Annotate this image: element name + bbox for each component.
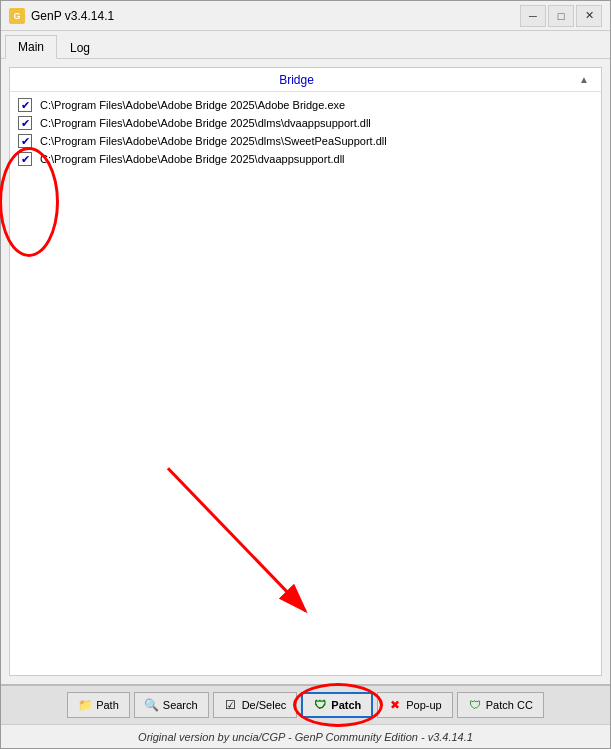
status-bar: Original version by uncia/CGP - GenP Com… — [1, 724, 610, 748]
bottom-bar: 📁 Path 🔍 Search ☑ De/Selec 🛡 Patch — [1, 684, 610, 724]
checkbox-4[interactable]: ✔ — [18, 152, 32, 166]
app-window: G GenP v3.4.14.1 ─ □ ✕ Main Log Bridge ▲ — [0, 0, 611, 749]
collapse-bridge-button[interactable]: ▲ — [575, 72, 593, 87]
bridge-file-list: ✔ C:\Program Files\Adobe\Adobe Bridge 20… — [10, 92, 601, 172]
tab-main[interactable]: Main — [5, 35, 57, 59]
checkbox-3[interactable]: ✔ — [18, 134, 32, 148]
title-bar-left: G GenP v3.4.14.1 — [9, 8, 114, 24]
app-icon: G — [9, 8, 25, 24]
title-bar: G GenP v3.4.14.1 ─ □ ✕ — [1, 1, 610, 31]
patchcc-label: Patch CC — [486, 699, 533, 711]
status-text: Original version by uncia/CGP - GenP Com… — [138, 731, 473, 743]
file-path-4: C:\Program Files\Adobe\Adobe Bridge 2025… — [40, 153, 345, 165]
deselect-icon: ☑ — [224, 698, 238, 712]
content-wrapper: Bridge ▲ ✔ C:\Program Files\Adobe\Adobe … — [1, 59, 610, 724]
window-title: GenP v3.4.14.1 — [31, 9, 114, 23]
minimize-button[interactable]: ─ — [520, 5, 546, 27]
bottom-wrapper: 📁 Path 🔍 Search ☑ De/Selec 🛡 Patch — [1, 684, 610, 724]
patch-label: Patch — [331, 699, 361, 711]
path-label: Path — [96, 699, 119, 711]
checkbox-2[interactable]: ✔ — [18, 116, 32, 130]
popup-icon: ✖ — [388, 698, 402, 712]
popup-button[interactable]: ✖ Pop-up — [377, 692, 452, 718]
search-icon: 🔍 — [145, 698, 159, 712]
list-item: ✔ C:\Program Files\Adobe\Adobe Bridge 20… — [10, 132, 601, 150]
svg-line-1 — [168, 468, 306, 611]
section-header-bridge: Bridge ▲ — [10, 68, 601, 92]
menu-bar: Main Log — [1, 31, 610, 59]
patch-button[interactable]: 🛡 Patch — [301, 692, 373, 718]
file-path-1: C:\Program Files\Adobe\Adobe Bridge 2025… — [40, 99, 345, 111]
path-icon: 📁 — [78, 698, 92, 712]
close-button[interactable]: ✕ — [576, 5, 602, 27]
patch-wrapper: 🛡 Patch — [301, 692, 373, 718]
maximize-button[interactable]: □ — [548, 5, 574, 27]
checkbox-1[interactable]: ✔ — [18, 98, 32, 112]
patch-icon: 🛡 — [313, 698, 327, 712]
popup-label: Pop-up — [406, 699, 441, 711]
content-area: Bridge ▲ ✔ C:\Program Files\Adobe\Adobe … — [1, 59, 610, 684]
list-item: ✔ C:\Program Files\Adobe\Adobe Bridge 20… — [10, 114, 601, 132]
patchcc-button[interactable]: 🛡 Patch CC — [457, 692, 544, 718]
list-item: ✔ C:\Program Files\Adobe\Adobe Bridge 20… — [10, 150, 601, 168]
section-title-bridge: Bridge — [18, 73, 575, 87]
deselect-label: De/Selec — [242, 699, 287, 711]
tab-log[interactable]: Log — [57, 36, 103, 59]
list-item: ✔ C:\Program Files\Adobe\Adobe Bridge 20… — [10, 96, 601, 114]
title-controls: ─ □ ✕ — [520, 5, 602, 27]
patchcc-icon: 🛡 — [468, 698, 482, 712]
path-button[interactable]: 📁 Path — [67, 692, 130, 718]
file-path-2: C:\Program Files\Adobe\Adobe Bridge 2025… — [40, 117, 371, 129]
file-path-3: C:\Program Files\Adobe\Adobe Bridge 2025… — [40, 135, 387, 147]
search-button[interactable]: 🔍 Search — [134, 692, 209, 718]
deselect-button[interactable]: ☑ De/Selec — [213, 692, 298, 718]
search-label: Search — [163, 699, 198, 711]
main-panel: Bridge ▲ ✔ C:\Program Files\Adobe\Adobe … — [9, 67, 602, 676]
